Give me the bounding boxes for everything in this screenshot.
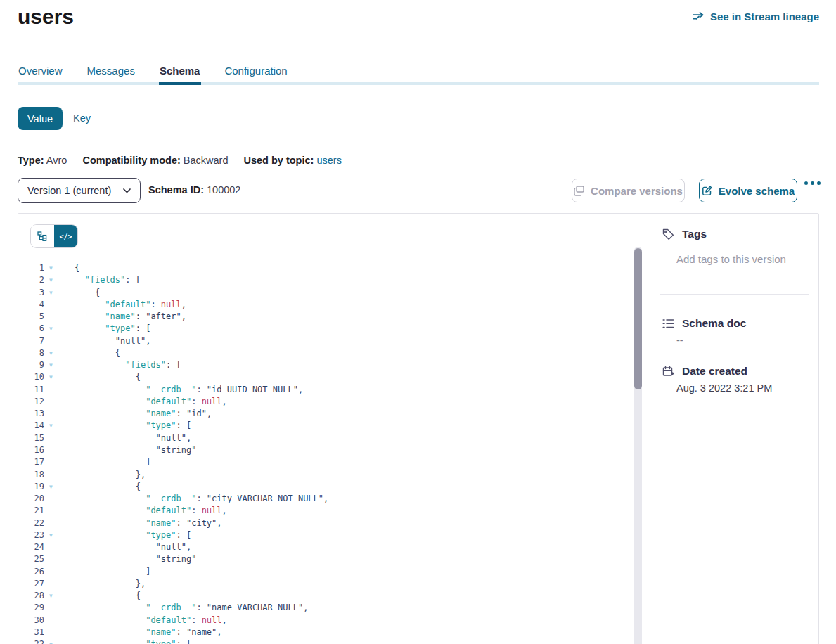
line-number: 20 [18, 493, 44, 505]
code-text: "name": "name", [58, 626, 222, 638]
chevron-down-icon [123, 188, 131, 193]
line-number: 31 [18, 626, 44, 638]
code-line: 28▼ { [18, 590, 634, 602]
code-text: "default": null, [58, 396, 227, 408]
code-text: "default": null, [58, 505, 227, 517]
fold-toggle-icon [44, 505, 58, 517]
fold-toggle-icon[interactable]: ▼ [44, 529, 58, 541]
fold-toggle-icon[interactable]: ▼ [44, 371, 58, 383]
line-number: 15 [18, 432, 44, 444]
compatibility-label: Compatibility mode: [82, 155, 180, 166]
tags-input[interactable] [676, 252, 810, 271]
date-created-title: Date created [682, 365, 747, 378]
code-text: }, [58, 578, 146, 590]
line-number: 13 [18, 408, 44, 420]
stream-lineage-icon [693, 12, 705, 21]
version-select[interactable]: Version 1 (current) [18, 178, 141, 203]
scrollbar-thumb[interactable] [634, 248, 642, 389]
code-text: "name": "city", [58, 517, 222, 529]
fold-toggle-icon[interactable]: ▼ [44, 638, 58, 644]
line-number: 29 [18, 602, 44, 614]
line-number: 18 [18, 469, 44, 481]
tab-schema[interactable]: Schema [159, 63, 201, 78]
topic-link[interactable]: users [316, 155, 341, 166]
line-number: 14 [18, 420, 44, 432]
code-text: "name": "id", [58, 408, 212, 420]
fold-toggle-icon [44, 384, 58, 396]
versions-icon [574, 186, 584, 196]
view-mode-toggle: </> [31, 225, 77, 247]
compatibility-value: Backward [184, 155, 229, 166]
fold-toggle-icon[interactable]: ▼ [44, 420, 58, 432]
fold-toggle-icon [44, 553, 58, 565]
tag-icon [662, 228, 674, 240]
code-line: 5 "name": "after", [18, 311, 634, 323]
evolve-schema-label: Evolve schema [719, 185, 795, 197]
code-line: 7 "null", [18, 335, 634, 347]
code-line: 20 "__crdb__": "city VARCHAR NOT NULL", [18, 493, 634, 505]
line-number: 24 [18, 541, 44, 553]
code-text: "__crdb__": "name VARCHAR NULL", [58, 602, 308, 614]
tab-bar: OverviewMessagesSchemaConfiguration [18, 63, 288, 78]
tab-track [18, 82, 819, 85]
schema-id: Schema ID: 100002 [148, 184, 240, 195]
code-line: 4 "default": null, [18, 299, 634, 311]
fold-toggle-icon[interactable]: ▼ [44, 481, 58, 493]
tab-configuration[interactable]: Configuration [224, 63, 288, 78]
schema-doc-title: Schema doc [682, 317, 746, 330]
code-text: "null", [58, 335, 150, 347]
code-text: "default": null, [58, 299, 186, 311]
scrollbar-track[interactable] [634, 247, 642, 644]
line-number: 28 [18, 590, 44, 602]
schema-panel: </> 1▼{2▼ "fields": [3▼ {4 "default": nu… [18, 213, 819, 644]
code-text: { [58, 590, 141, 602]
fold-toggle-icon[interactable]: ▼ [44, 287, 58, 299]
code-text: ] [58, 456, 150, 468]
line-number: 27 [18, 578, 44, 590]
fold-toggle-icon[interactable]: ▼ [44, 274, 58, 286]
type-value: Avro [46, 155, 67, 166]
fold-toggle-icon [44, 566, 58, 578]
fold-toggle-icon[interactable]: ▼ [44, 262, 58, 274]
tab-overview[interactable]: Overview [18, 63, 63, 78]
fold-toggle-icon [44, 493, 58, 505]
tab-messages[interactable]: Messages [86, 63, 136, 78]
used-by-topic-label: Used by topic: [243, 155, 314, 166]
tags-section-header: Tags [662, 228, 707, 240]
code-line: 25 "string" [18, 553, 634, 565]
code-line: 15 "null", [18, 432, 634, 444]
compare-versions-button[interactable]: Compare versions [572, 179, 685, 202]
code-line: 30 "default": null, [18, 614, 634, 626]
fold-toggle-icon [44, 469, 58, 481]
sidebar-divider [660, 294, 809, 295]
code-line: 24 "null", [18, 541, 634, 553]
line-number: 6 [18, 323, 44, 335]
type-label: Type: [18, 155, 44, 166]
code-line: 19▼ { [18, 481, 634, 493]
fold-toggle-icon [44, 602, 58, 614]
tree-view-button[interactable] [31, 225, 54, 247]
code-view-button[interactable]: </> [54, 225, 77, 247]
code-text: "default": null, [58, 614, 227, 626]
fold-toggle-icon[interactable]: ▼ [44, 323, 58, 335]
fold-toggle-icon[interactable]: ▼ [44, 347, 58, 359]
fold-toggle-icon[interactable]: ▼ [44, 590, 58, 602]
fold-toggle-icon [44, 311, 58, 323]
page-title: users [18, 5, 74, 29]
line-number: 22 [18, 517, 44, 529]
more-options-button[interactable] [804, 181, 821, 185]
date-created-value: Aug. 3 2022 3:21 PM [676, 382, 772, 394]
fold-toggle-icon [44, 299, 58, 311]
evolve-schema-button[interactable]: Evolve schema [699, 179, 797, 202]
value-toggle-button[interactable]: Value [18, 107, 63, 130]
line-number: 10 [18, 371, 44, 383]
stream-lineage-label: See in Stream lineage [710, 11, 819, 22]
code-text: }, [58, 469, 146, 481]
key-toggle-button[interactable]: Key [73, 112, 91, 124]
schema-doc-section-header: Schema doc [662, 317, 746, 330]
tags-title: Tags [682, 228, 707, 240]
fold-toggle-icon[interactable]: ▼ [44, 359, 58, 371]
fold-toggle-icon [44, 408, 58, 420]
stream-lineage-link[interactable]: See in Stream lineage [693, 11, 819, 22]
code-text: "string" [58, 444, 196, 456]
